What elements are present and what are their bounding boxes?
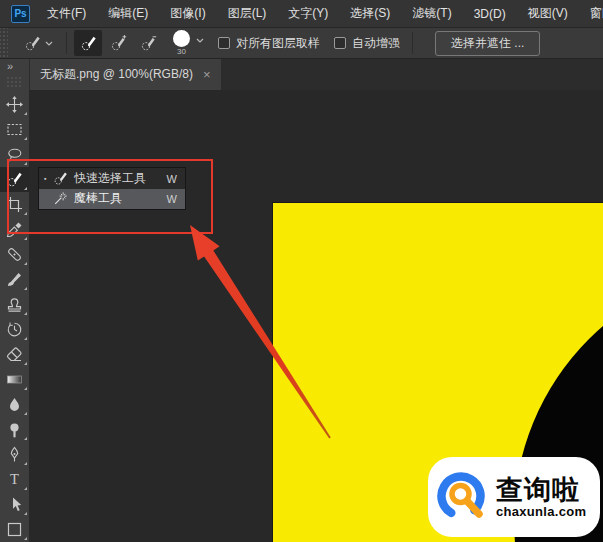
healing-icon bbox=[6, 246, 23, 263]
blur-tool[interactable] bbox=[0, 392, 29, 417]
watermark-title: 查询啦 bbox=[496, 475, 586, 505]
collapse-panel-chevron[interactable]: » bbox=[0, 59, 29, 74]
rectangular-marquee-tool[interactable] bbox=[0, 117, 29, 142]
lasso-icon bbox=[6, 146, 23, 163]
move-tool[interactable] bbox=[0, 92, 29, 117]
tools-panel: » bbox=[0, 59, 29, 542]
eyedropper-tool[interactable] bbox=[0, 217, 29, 242]
crop-icon bbox=[6, 196, 23, 213]
menu-bar: Ps 文件(F) 编辑(E) 图像(I) 图层(L) 文字(Y) 选择(S) 滤… bbox=[0, 0, 603, 28]
move-icon bbox=[6, 96, 23, 113]
sample-all-layers-option: 对所有图层取样 bbox=[218, 35, 320, 52]
flyout-item-shortcut: W bbox=[167, 193, 177, 205]
tool-preset-picker[interactable] bbox=[16, 30, 60, 56]
gradient-tool[interactable] bbox=[0, 367, 29, 392]
lasso-tool[interactable] bbox=[0, 142, 29, 167]
rectangle-icon bbox=[6, 521, 23, 538]
menu-item-edit[interactable]: 编辑(E) bbox=[97, 5, 159, 22]
tools-panel-grip[interactable] bbox=[6, 76, 23, 88]
photoshop-window: Ps 文件(F) 编辑(E) 图像(I) 图层(L) 文字(Y) 选择(S) 滤… bbox=[0, 0, 603, 542]
brush-circle-icon bbox=[173, 30, 190, 47]
gradient-icon bbox=[6, 371, 23, 388]
auto-enhance-option: 自动增强 bbox=[334, 35, 400, 52]
auto-enhance-checkbox[interactable] bbox=[334, 37, 346, 49]
photoshop-logo: Ps bbox=[11, 5, 30, 23]
marquee-icon bbox=[6, 121, 23, 138]
document-tab[interactable]: 无标题.png @ 100%(RGB/8) × bbox=[30, 59, 221, 90]
tool-flyout-menu: ▪ 快速选择工具 W 魔棒工具 W bbox=[38, 167, 186, 210]
svg-text:T: T bbox=[10, 471, 19, 487]
dodge-icon bbox=[6, 421, 23, 438]
chaxunla-logo-icon bbox=[434, 467, 494, 527]
brush-tool[interactable] bbox=[0, 267, 29, 292]
menu-item-image[interactable]: 图像(I) bbox=[159, 5, 216, 22]
flyout-item-shortcut: W bbox=[167, 173, 177, 185]
quick-selection-icon bbox=[6, 171, 23, 188]
current-tool-marker: ▪ bbox=[44, 175, 53, 182]
path-selection-icon bbox=[6, 496, 23, 513]
menu-items: 文件(F) 编辑(E) 图像(I) 图层(L) 文字(Y) 选择(S) 滤镜(T… bbox=[30, 0, 603, 27]
history-brush-icon bbox=[6, 321, 23, 338]
watermark-domain: chaxunla.com bbox=[496, 505, 586, 519]
flyout-item-magic-wand-tool[interactable]: 魔棒工具 W bbox=[39, 189, 185, 209]
quick-selection-tool[interactable] bbox=[0, 167, 29, 192]
crop-tool[interactable] bbox=[0, 192, 29, 217]
close-icon[interactable]: × bbox=[203, 68, 211, 81]
menu-item-3d[interactable]: 3D(D) bbox=[463, 7, 517, 21]
path-selection-tool[interactable] bbox=[0, 492, 29, 517]
options-bar-grip[interactable] bbox=[0, 28, 8, 58]
quick-selection-icon bbox=[24, 35, 41, 52]
flyout-item-label: 快速选择工具 bbox=[74, 170, 146, 187]
menu-item-view[interactable]: 视图(V) bbox=[517, 5, 579, 22]
dodge-tool[interactable] bbox=[0, 417, 29, 442]
sample-all-layers-checkbox[interactable] bbox=[218, 37, 230, 49]
watermark-text: 查询啦 chaxunla.com bbox=[496, 475, 586, 519]
document-tab-bar: 无标题.png @ 100%(RGB/8) × bbox=[29, 59, 603, 90]
pen-tool[interactable] bbox=[0, 442, 29, 467]
divider bbox=[412, 32, 413, 54]
subtract-from-selection-mode[interactable] bbox=[134, 30, 162, 56]
eyedropper-icon bbox=[6, 221, 23, 238]
rectangle-tool[interactable] bbox=[0, 517, 29, 542]
auto-enhance-label: 自动增强 bbox=[352, 35, 400, 52]
flyout-item-label: 魔棒工具 bbox=[74, 190, 122, 207]
flyout-item-quick-selection-tool[interactable]: ▪ 快速选择工具 W bbox=[39, 169, 185, 189]
eraser-icon bbox=[6, 346, 23, 363]
menu-item-window[interactable]: 窗口(W) bbox=[579, 5, 603, 22]
qs-add-icon bbox=[110, 35, 127, 52]
divider bbox=[66, 32, 67, 54]
quick-selection-icon bbox=[80, 35, 97, 52]
magic-wand-icon bbox=[53, 191, 68, 206]
add-to-selection-mode[interactable] bbox=[104, 30, 132, 56]
menu-item-layer[interactable]: 图层(L) bbox=[217, 5, 278, 22]
blur-icon bbox=[6, 396, 23, 413]
tool-options-bar: 30 对所有图层取样 自动增强 选择并遮住 ... bbox=[0, 28, 603, 59]
eraser-tool[interactable] bbox=[0, 342, 29, 367]
selection-mode-buttons bbox=[73, 30, 163, 56]
spot-healing-brush-tool[interactable] bbox=[0, 242, 29, 267]
chevron-down-icon bbox=[196, 38, 204, 43]
brush-size-value: 30 bbox=[177, 48, 186, 56]
menu-item-filter[interactable]: 滤镜(T) bbox=[401, 5, 462, 22]
qs-subtract-icon bbox=[140, 35, 157, 52]
tool-list: T bbox=[0, 92, 29, 542]
quick-selection-icon bbox=[53, 171, 68, 186]
watermark-badge: 查询啦 chaxunla.com bbox=[428, 457, 600, 537]
brush-icon bbox=[6, 271, 23, 288]
new-selection-mode[interactable] bbox=[74, 30, 102, 56]
clone-stamp-tool[interactable] bbox=[0, 292, 29, 317]
type-icon: T bbox=[6, 471, 23, 488]
select-and-mask-button[interactable]: 选择并遮住 ... bbox=[435, 31, 540, 56]
menu-item-select[interactable]: 选择(S) bbox=[339, 5, 401, 22]
pen-icon bbox=[6, 446, 23, 463]
type-tool[interactable]: T bbox=[0, 467, 29, 492]
menu-item-type[interactable]: 文字(Y) bbox=[277, 5, 339, 22]
chevron-down-icon bbox=[45, 41, 53, 46]
stamp-icon bbox=[6, 296, 23, 313]
brush-size-picker[interactable]: 30 bbox=[173, 30, 204, 56]
document-title: 无标题.png @ 100%(RGB/8) bbox=[40, 66, 193, 83]
brush-preview: 30 bbox=[173, 30, 190, 56]
menu-item-file[interactable]: 文件(F) bbox=[36, 5, 97, 22]
history-brush-tool[interactable] bbox=[0, 317, 29, 342]
sample-all-layers-label: 对所有图层取样 bbox=[236, 35, 320, 52]
